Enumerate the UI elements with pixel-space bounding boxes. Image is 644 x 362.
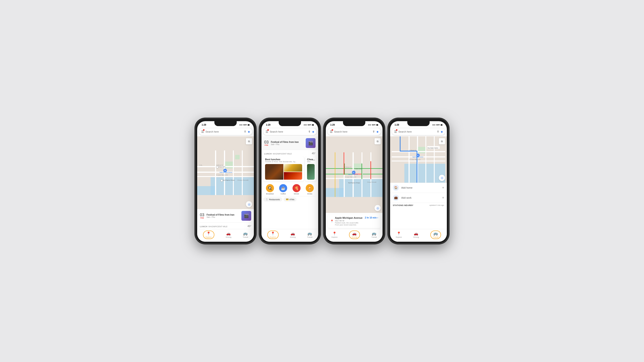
phone2-coffee-icon: ☕ [279,184,287,192]
phone2-mic-icon[interactable]: 🎙 [308,130,311,133]
phone4-menu-icon[interactable]: ☰ [394,130,397,134]
phone2-event-thumb: 🎬 [306,138,316,148]
phone3-nav-explore[interactable]: 📍 Explore [332,231,338,238]
svg-rect-61 [434,136,435,183]
svg-rect-1 [197,186,215,195]
phone3-wrapper: 1:29 ●●● WiFi ▮▮ ☰ Search here 🎙 ◆ [324,118,384,244]
phone4-nav-driving[interactable]: 🚗 Driving [413,231,419,238]
phone2-lunch-header: LUNCH MAGNIFICENT MILE 45° [262,150,318,156]
phone1-bottom-nav: 📍 Explore 🚗 Driving 🚌 Transit [197,229,254,242]
phone2-cat-coffee[interactable]: ☕ Coffee [279,184,287,195]
phone4-search-bar[interactable]: ☰ Search here 🎙 ◆ [392,128,445,135]
phone1-nav-transit[interactable]: 🚌 Transit [243,231,248,238]
phone2-event-info: Festival of Films from Iran Sat—Thu [271,141,304,145]
phone1-nav-icon[interactable]: ◆ [248,130,250,133]
svg-rect-57 [392,160,445,161]
phone2-food-card-1[interactable]: Best lunches Howells & Hood, Yolk Street… [263,156,304,181]
phone1-menu-icon[interactable]: ☰ [201,130,204,134]
phone2-chip-restaurants[interactable]: 🍴 Restaurants [263,197,282,202]
phone3-locate-btn[interactable]: ◎ [374,205,381,211]
phone4-explore-icon: 📍 [396,231,401,236]
phone1-locate-btn[interactable]: ◎ [246,201,252,207]
svg-rect-29 [326,178,382,179]
svg-text:M: M [417,155,418,156]
phone3-screen: 1:29 ●●● WiFi ▮▮ ☰ Search here 🎙 ◆ [326,121,382,242]
phone1-mic-icon[interactable]: 🎙 [244,130,246,133]
phone2-cat-drinks[interactable]: 🍹 Drinks [306,184,314,195]
svg-text:E Illinois St: E Illinois St [345,166,352,168]
phone3-direction-card[interactable]: 📍 Apple Michigan Avenue Via I-90 W Faste… [328,214,381,228]
svg-text:E Lower Wacker Dr: E Lower Wacker Dr [345,176,356,178]
phone4-nav-icon[interactable]: ◆ [441,130,443,133]
phone2-explore-icon: 📍 [271,231,275,236]
phone2-chip-atms[interactable]: 💳 ATMs [284,197,297,202]
phone1-lunch-header: LUNCH MAGNIFICENT MILE 45° [197,223,254,229]
phone4-nav-explore[interactable]: 📍 Explore [396,231,402,238]
phone3-layers-btn[interactable]: ⧉ [374,138,381,144]
phone2-nav-transit[interactable]: 🚌 Transit [307,231,312,238]
phone1-explore-label: Explore [206,236,212,238]
phone1-map: N M... E Illinois St E Lower Wacker Dr C… [197,136,254,209]
phones-container: 1:29 ●●● WiFi ▮▮ ☰ Search here 🎙 ◆ [189,110,455,252]
phone2-food-img-1 [265,164,283,180]
svg-text:M: M [353,172,354,173]
phone4-mic-icon[interactable]: 🎙 [437,130,440,133]
phone4-search-input[interactable]: Search here [398,130,436,133]
phone3-nav-driving[interactable]: 🚗 Driving [349,231,360,239]
phone3-nav-icon[interactable]: ◆ [376,130,378,133]
phone4-layers-btn[interactable]: ⧉ [439,138,445,144]
phone2-event-card[interactable]: 03 FEB Festival of Films from Iran Sat—T… [262,136,318,150]
phone4-transit-icon: 🚌 [434,231,438,236]
svg-rect-42 [362,164,362,179]
phone1-search-input[interactable]: Search here [206,130,242,133]
svg-text:Hyatt Regency Chicago: Hyatt Regency Chicago [223,179,235,181]
phone3-direction-info: 📍 Apple Michigan Avenue Via I-90 W Faste… [330,217,362,226]
phone4-nav-transit[interactable]: 🚌 Transit [430,231,441,239]
phone1-event-card[interactable]: 03 FEB Festival of Films from Iran Sat—T… [197,209,254,223]
phone1-nav-driving[interactable]: 🚗 Driving [226,231,231,238]
svg-text:Chicago Riverwalk: Chicago Riverwalk [237,179,249,181]
phone2-frame: 1:29 ●●● WiFi ▮▮ ☰ Search here 🎙 ◆ [260,118,320,244]
phone4-add-home[interactable]: 🏠 Add home + [390,183,447,193]
svg-point-18 [216,166,218,168]
phone4-work-plus: + [442,196,444,200]
svg-rect-44 [335,152,336,197]
phone2-search-bar[interactable]: ☰ Search here 🎙 ◆ [263,128,316,135]
phone3-explore-icon: 📍 [332,231,337,236]
phone3-search-bar[interactable]: ☰ Search here 🎙 ◆ [328,128,381,135]
svg-text:E Lower Wacker Dr: E Lower Wacker Dr [410,159,420,160]
phone3-transit-icon: 🚌 [372,231,376,236]
phone3-menu-icon[interactable]: ☰ [330,130,333,134]
phone3-direction-time: 2 hr 10 min › [365,217,378,219]
phone4-add-work[interactable]: 💼 Add work + [390,193,447,203]
phone1-notch [214,121,237,126]
phone4-home-plus: + [442,186,444,190]
phone3-nav-transit[interactable]: 🚌 Transit [371,231,377,238]
phone1-explore-icon: 📍 [206,231,211,236]
phone2-food-card-2[interactable]: Chea... Wes... [305,156,316,181]
phone4-locate-btn[interactable]: ◎ [439,175,445,181]
phone3-mic-icon[interactable]: 🎙 [372,130,375,133]
phone1-layers-btn[interactable]: ⧉ [246,138,252,144]
svg-rect-55 [392,151,445,152]
phone3-search-input[interactable]: Search here [334,130,371,133]
phone1-nav-explore[interactable]: 📍 Explore [203,231,214,239]
phone2-nav-icon[interactable]: ◆ [312,130,314,133]
phone1-search-bar[interactable]: ☰ Search here 🎙 ◆ [199,128,252,135]
phone4-screen: 1:29 ●●● WiFi ▮▮ ☰ Search here 🎙 ◆ [390,121,447,242]
phone2-search-input[interactable]: Search here [270,130,307,133]
phone2-menu-icon[interactable]: ☰ [266,130,268,134]
phone2-cat-breakfast[interactable]: 🍳 Breakfast [266,184,274,195]
phone3-notif-dot [332,129,333,131]
phone2-atm-icon: 💳 [286,198,288,201]
phone2-cat-dinner[interactable]: 🍕 Dinner [292,184,300,195]
svg-text:E Illinois St: E Illinois St [410,150,416,151]
phone2-notif-dot [267,129,269,131]
phone4-notif-dot [396,129,398,131]
phone2-nav-driving[interactable]: 🚗 Driving [290,231,296,238]
phone4-stations-header: STATIONS NEARBY updated 3 min ago [390,203,447,207]
phone1-bottom-panel: 03 FEB Festival of Films from Iran Sat—T… [197,209,254,229]
svg-rect-9 [233,150,234,195]
phone2-nav-explore[interactable]: 📍 Explore [267,231,279,239]
phone4-frame: 1:29 ●●● WiFi ▮▮ ☰ Search here 🎙 ◆ [388,118,448,244]
